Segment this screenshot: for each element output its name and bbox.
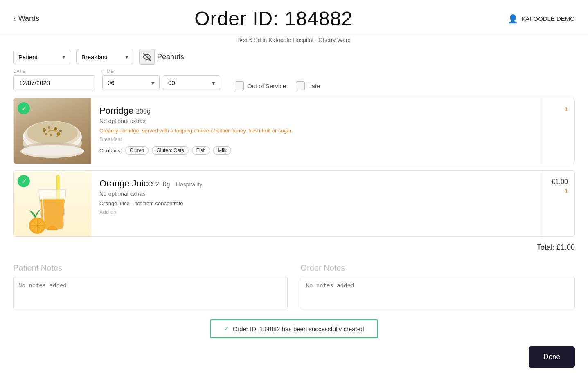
date-field-group: Date bbox=[13, 69, 95, 90]
svg-point-15 bbox=[22, 145, 83, 156]
svg-point-6 bbox=[43, 128, 46, 132]
meal-select-wrap: BreakfastLunchDinner ▼ bbox=[76, 50, 133, 64]
time-select-group: 06 07 08 ▼ 00 15 30 45 ▼ bbox=[102, 75, 220, 90]
svg-point-7 bbox=[48, 126, 50, 129]
patient-notes-col: Patient Notes bbox=[13, 263, 288, 311]
total-value: £1.00 bbox=[556, 243, 575, 252]
order-title: Order ID: 184882 bbox=[39, 7, 508, 30]
hour-select[interactable]: 06 07 08 bbox=[102, 75, 160, 90]
items-section: ✓ bbox=[0, 98, 588, 237]
orange-juice-desc: Orange juice - not from concentrate bbox=[99, 200, 534, 206]
controls-bar: Patient ▼ BreakfastLunchDinner ▼ Peanuts bbox=[0, 49, 588, 65]
time-field-group: Time 06 07 08 ▼ 00 15 30 45 ▼ bbox=[102, 69, 220, 90]
header: ‹ Wards Order ID: 184882 👤 KAFOODLE DEMO bbox=[0, 0, 588, 34]
porridge-category: Breakfast bbox=[99, 136, 534, 142]
svg-point-9 bbox=[59, 130, 62, 132]
success-check-icon: ✓ bbox=[224, 325, 229, 332]
out-of-service-checkbox-item: Out of Service bbox=[235, 81, 286, 90]
allergen-icon bbox=[139, 49, 155, 65]
orange-juice-price-col: £1.00 1 bbox=[542, 171, 574, 236]
allergen-tag-gluten: Gluten bbox=[125, 146, 149, 155]
total-label: Total: bbox=[537, 243, 554, 252]
late-checkbox-item: Late bbox=[296, 81, 320, 90]
patient-select[interactable]: Patient bbox=[13, 50, 70, 64]
hour-select-wrap: 06 07 08 ▼ bbox=[102, 75, 160, 90]
order-notes-textarea[interactable] bbox=[301, 277, 575, 309]
order-item-orange-juice: ✓ bbox=[13, 170, 575, 237]
minute-select[interactable]: 00 15 30 45 bbox=[163, 75, 220, 90]
allergen-tag-fish: Fish bbox=[192, 146, 210, 155]
user-icon: 👤 bbox=[508, 14, 518, 24]
order-notes-col: Order Notes bbox=[301, 263, 575, 311]
orange-juice-category: Add on bbox=[99, 209, 534, 215]
porridge-quantity: 1 bbox=[565, 105, 568, 112]
late-label: Late bbox=[308, 83, 320, 90]
datetime-row: Date Time 06 07 08 ▼ 00 15 30 45 ▼ bbox=[0, 69, 588, 90]
svg-point-5 bbox=[27, 121, 78, 144]
done-button[interactable]: Done bbox=[529, 346, 575, 368]
orange-juice-name: Orange Juice 250g Hospitality bbox=[99, 178, 534, 189]
back-arrow-icon: ‹ bbox=[13, 14, 16, 23]
porridge-name: Porridge 200g bbox=[99, 105, 534, 116]
success-message: ✓ Order ID: 184882 has been successfully… bbox=[210, 319, 378, 338]
svg-point-12 bbox=[45, 133, 47, 135]
allergen-tag-gluten-oats: Gluten: Oats bbox=[152, 146, 188, 155]
patient-notes-textarea[interactable] bbox=[13, 277, 288, 309]
patient-notes-title: Patient Notes bbox=[13, 263, 288, 273]
checkbox-group: Out of Service Late bbox=[235, 81, 320, 90]
porridge-details: Porridge 200g No optional extras Creamy … bbox=[91, 98, 542, 164]
total-row: Total: £1.00 bbox=[0, 243, 588, 252]
porridge-price-col: 1 bbox=[542, 98, 574, 164]
done-button-wrap: Done bbox=[529, 346, 575, 368]
user-info: 👤 KAFOODLE DEMO bbox=[508, 14, 575, 24]
back-link[interactable]: ‹ Wards bbox=[13, 14, 39, 23]
late-checkbox[interactable] bbox=[296, 81, 305, 90]
date-label: Date bbox=[13, 69, 95, 74]
porridge-contains-label: Contains: bbox=[99, 148, 122, 154]
minute-select-wrap: 00 15 30 45 ▼ bbox=[163, 75, 220, 90]
meal-select[interactable]: BreakfastLunchDinner bbox=[76, 50, 133, 64]
out-of-service-checkbox[interactable] bbox=[235, 81, 244, 90]
out-of-service-label: Out of Service bbox=[247, 83, 286, 90]
orange-juice-check-badge: ✓ bbox=[18, 175, 30, 187]
svg-point-10 bbox=[50, 134, 52, 136]
notes-section: Patient Notes Order Notes bbox=[0, 263, 588, 311]
time-label: Time bbox=[102, 69, 220, 74]
svg-point-8 bbox=[54, 127, 57, 130]
porridge-image-wrap: ✓ bbox=[14, 98, 91, 164]
orange-juice-quantity: 1 bbox=[565, 187, 568, 194]
orange-juice-price: £1.00 bbox=[552, 178, 568, 186]
porridge-desc: Creamy porridge, served with a topping c… bbox=[99, 128, 534, 134]
user-label: KAFOODLE DEMO bbox=[521, 15, 575, 22]
success-banner: ✓ Order ID: 184882 has been successfully… bbox=[0, 319, 588, 338]
allergen-badge: Peanuts bbox=[139, 49, 184, 65]
porridge-contains-row: Contains: Gluten Gluten: Oats Fish Milk bbox=[99, 146, 534, 155]
order-item-porridge: ✓ bbox=[13, 98, 575, 164]
orange-juice-extras: No optional extras bbox=[99, 191, 534, 197]
date-input[interactable] bbox=[13, 75, 95, 90]
orange-juice-image-wrap: ✓ bbox=[14, 171, 91, 236]
back-label: Wards bbox=[18, 14, 39, 23]
allergen-label: Peanuts bbox=[157, 53, 184, 61]
porridge-check-badge: ✓ bbox=[18, 102, 30, 114]
svg-rect-17 bbox=[40, 199, 65, 202]
order-notes-title: Order Notes bbox=[301, 263, 575, 273]
success-text: Order ID: 184882 has been successfully c… bbox=[232, 325, 364, 332]
porridge-extras: No optional extras bbox=[99, 118, 534, 124]
orange-juice-details: Orange Juice 250g Hospitality No optiona… bbox=[91, 171, 542, 236]
allergen-tag-milk: Milk bbox=[213, 146, 231, 155]
subtitle: Bed 6 Sd in Kafoodle Hospital - Cherry W… bbox=[0, 37, 588, 43]
patient-select-wrap: Patient ▼ bbox=[13, 50, 70, 64]
